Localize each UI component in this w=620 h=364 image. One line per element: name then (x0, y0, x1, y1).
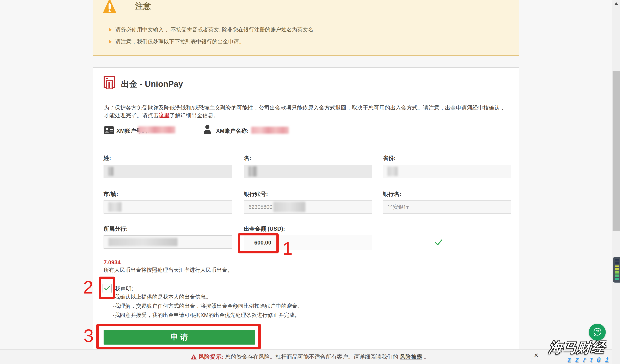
account-name-label: XM账户名称: (216, 127, 249, 135)
notice-bullet-2: 请注意，我们仅处理以下下拉列表中银行的出金申请。 (109, 38, 244, 45)
valid-check-icon (435, 239, 442, 246)
declaration-item-1: ·我确认以上提供的是我本人的出金信息。 (113, 293, 211, 301)
bullet-arrow-icon (109, 28, 112, 32)
branch-redacted (108, 238, 178, 246)
annotation-box-2 (99, 276, 115, 299)
bank-account-visible-digits: 62305800 (248, 204, 272, 210)
declaration-item-3: ·我同意并接受，我的出金申请可根据XM的出金优先处理条款进行修正并完成。 (113, 312, 300, 319)
notice-bullet-1: 请务必使用中文输入， 不接受拼音或者英文, 除非您在银行注册的账户姓名为英文名。 (109, 26, 319, 33)
account-name-redacted (251, 127, 289, 134)
svg-text:?: ? (596, 329, 599, 334)
declaration-label: 我声明: (115, 285, 133, 292)
watermark-url: z z r t 0 1 . c n (568, 356, 620, 364)
risk-disclosure-link[interactable]: 风险披露 (400, 353, 422, 361)
close-icon[interactable]: × (534, 351, 538, 360)
extension-widget[interactable] (613, 257, 620, 283)
withdraw-bank-icon (104, 76, 115, 90)
province-redacted (388, 167, 398, 176)
annotation-number-1: 1 (282, 239, 293, 258)
details-link[interactable]: 这里 (158, 112, 170, 119)
last-name-label: 姓: (104, 154, 111, 162)
question-bubble-icon: ? (592, 327, 602, 337)
first-name-field[interactable] (244, 165, 372, 178)
declaration-item-2: ·我理解，交易账户任何方式的出金，将按照出金金额同比例扣除账户中的赠金。 (113, 303, 303, 310)
last-name-field[interactable] (104, 165, 232, 178)
annotation-box-3 (96, 324, 261, 349)
id-card-icon (104, 126, 114, 134)
bank-account-label: 银行账号: (244, 190, 268, 198)
bank-name-field[interactable]: 平安银行 (383, 200, 511, 213)
amount-label: 出金金额 (USD): (244, 225, 285, 232)
risk-text: 您的资金存在风险。杠杆商品可能不适合所有客户。请详细阅读我们的 (225, 353, 398, 361)
branch-field[interactable] (104, 235, 232, 249)
risk-warning-bar: 风险提示: 您的资金存在风险。杠杆商品可能不适合所有客户。请详细阅读我们的风险披… (0, 349, 620, 364)
risk-text-suffix: 。 (424, 353, 429, 361)
exchange-rate: 7.0934 (104, 259, 121, 266)
bank-name-value: 平安银行 (388, 203, 409, 211)
withdraw-description: 为了保护各方免受欺诈及降低洗钱和/或恐怖主义融资的可能性，公司出金款项只能依原入… (104, 104, 509, 119)
person-icon (203, 125, 212, 135)
province-field[interactable] (383, 165, 511, 178)
bank-name-label: 银行名: (383, 190, 401, 198)
scrollbar-thumb[interactable] (613, 71, 620, 231)
province-label: 省份: (383, 154, 396, 162)
risk-label: 风险提示: (199, 353, 223, 361)
warning-triangle-icon (103, 0, 116, 13)
notice-bullet-2-text: 请注意，我们仅处理以下下拉列表中银行的出金申请。 (115, 38, 244, 45)
risk-triangle-icon (191, 354, 197, 360)
widget-color-stripes (615, 259, 619, 280)
page-title: 出金 - UnionPay (121, 78, 183, 90)
notice-bullet-1-text: 请务必使用中文输入， 不接受拼音或者英文, 除非您在银行注册的账户姓名为英文名。 (115, 27, 319, 33)
annotation-number-2: 2 (83, 278, 93, 296)
city-label: 市/镇: (104, 190, 118, 198)
withdraw-card: 出金 - UnionPay 为了保护各方免受欺诈及降低洗钱和/或恐怖主义融资的可… (93, 67, 519, 349)
bank-account-redacted (273, 202, 305, 212)
branch-label: 所属分行: (104, 225, 128, 232)
city-redacted (108, 202, 122, 212)
exchange-rate-note: 所有人民币出金将按照处理当天汇率进行人民币出金。 (104, 266, 232, 274)
notice-title: 注意 (135, 1, 151, 11)
bank-account-field[interactable]: 62305800 (244, 200, 372, 213)
bullet-arrow-icon (109, 40, 112, 44)
annotation-number-3: 3 (83, 327, 94, 345)
account-number-redacted (138, 126, 175, 133)
scrollbar-up-arrow-icon[interactable] (614, 2, 618, 5)
description-text-2: 了解详细出金信息。 (170, 112, 219, 119)
first-name-redacted (248, 166, 257, 177)
first-name-label: 名: (244, 154, 251, 162)
watermark-brand: 海马财经 (548, 338, 606, 357)
annotation-box-1 (238, 233, 279, 253)
notice-box: 注意 请务必使用中文输入， 不接受拼音或者英文, 除非您在银行注册的账户姓名为英… (93, 0, 519, 56)
city-field[interactable] (104, 200, 232, 213)
last-name-redacted (108, 167, 114, 176)
